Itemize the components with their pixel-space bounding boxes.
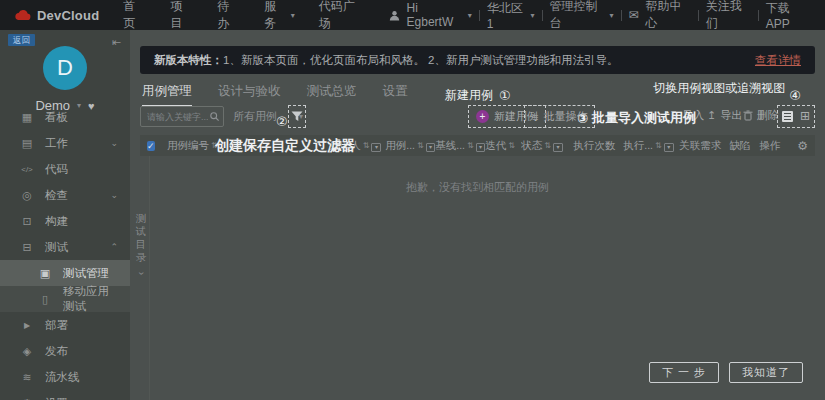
deploy-icon: ▶ bbox=[20, 321, 34, 330]
column-filter-icon[interactable]: ▾ bbox=[664, 143, 674, 152]
guide-got-it-button[interactable]: 我知道了 bbox=[729, 362, 803, 383]
test-management-icon: ▣ bbox=[38, 267, 52, 280]
guide-step-4: 切换用例视图或追溯视图 ④ bbox=[653, 80, 801, 103]
case-search-box bbox=[140, 106, 224, 127]
test-icon: ⊟ bbox=[20, 241, 34, 254]
sidebar-item-work[interactable]: ▤ 工作 ⌄ bbox=[0, 130, 130, 156]
column-filter-icon[interactable]: ▾ bbox=[476, 143, 486, 152]
empty-state-text: 抱歉，没有找到相匹配的用例 bbox=[130, 180, 825, 195]
cloud-logo-icon bbox=[14, 9, 31, 21]
release-notes-banner: 新版本特性： 1、新版本页面，优化页面布局和风格。 2、新用户测试管理功能和用法… bbox=[140, 46, 815, 74]
code-icon: </> bbox=[20, 165, 34, 174]
settings-gear-icon: ⚙ bbox=[20, 397, 34, 400]
sidebar-item-release[interactable]: ◈ 发布 bbox=[0, 338, 130, 364]
export-button[interactable]: ↥ 导出 bbox=[707, 108, 742, 123]
column-filter-icon[interactable]: ▾ bbox=[371, 143, 381, 152]
sidebar-item-pipeline[interactable]: ≋ 流水线 bbox=[0, 364, 130, 390]
follow-us-link[interactable]: 关注我们 bbox=[706, 0, 751, 32]
project-avatar[interactable]: D bbox=[43, 46, 87, 90]
search-input[interactable] bbox=[145, 111, 210, 123]
banner-text: 1、新版本页面，优化页面布局和风格。 2、新用户测试管理功能和用法引导。 bbox=[223, 53, 619, 68]
tab-test-overview[interactable]: 测试总览 bbox=[307, 83, 357, 107]
guide-step-3: ③ 批量导入测试用例 bbox=[577, 109, 696, 127]
devcloud-logo[interactable]: DevCloud bbox=[14, 8, 99, 23]
kanban-icon: ▦ bbox=[20, 111, 34, 124]
chevron-down-icon: ▾ bbox=[531, 11, 535, 20]
chevron-down-icon: ▾ bbox=[291, 11, 295, 20]
sidebar-menu: ▦ 看板 ▤ 工作 ⌄ </> 代码 ◎ 检查 ⌄ ⊡ 构建 ⊟ 测试 ⌃ ▣ … bbox=[0, 104, 130, 400]
region-selector[interactable]: 华北区1▾ bbox=[487, 0, 535, 31]
message-envelope-icon[interactable]: ✉ bbox=[628, 8, 638, 22]
sidebar-item-test[interactable]: ⊟ 测试 ⌃ bbox=[0, 234, 130, 260]
top-navigation-bar: DevCloud 首页 项目 待办 服务▾ 代码广场 Hi EgbertW▾ 华… bbox=[0, 0, 825, 30]
column-header-exec[interactable]: 执行...⇅ ▾ bbox=[623, 139, 679, 153]
guide-badge-2: ② bbox=[276, 114, 288, 129]
sidebar-item-settings[interactable]: ⚙ 设置 bbox=[0, 390, 130, 400]
column-header-defects[interactable]: 缺陷 bbox=[729, 139, 759, 153]
help-center-link[interactable]: 帮助中心 bbox=[646, 0, 691, 32]
pipeline-icon: ≋ bbox=[20, 371, 34, 384]
chevron-down-icon: ⌄ bbox=[110, 190, 118, 200]
guide-step-2: 创建保存自定义过滤器 bbox=[215, 137, 355, 155]
divider bbox=[698, 10, 699, 21]
column-header-iteration[interactable]: 迭代⇅ bbox=[485, 139, 521, 153]
column-filter-icon[interactable]: ▾ bbox=[426, 143, 436, 152]
search-icon[interactable] bbox=[210, 112, 219, 121]
chevron-down-icon: ▾ bbox=[468, 11, 472, 20]
sort-icon: ⇅ bbox=[417, 141, 424, 150]
nav-home[interactable]: 首页 bbox=[123, 0, 146, 32]
test-tabs: 用例管理 设计与验收 测试总览 设置 bbox=[142, 83, 408, 107]
sort-icon: ⇅ bbox=[363, 141, 370, 150]
filter-funnel-button[interactable] bbox=[288, 105, 306, 128]
divider bbox=[542, 10, 543, 21]
grid-view-icon[interactable]: ⊞ bbox=[800, 111, 810, 122]
sidebar-item-kanban[interactable]: ▦ 看板 bbox=[0, 104, 130, 130]
tab-settings[interactable]: 设置 bbox=[383, 83, 408, 107]
sidebar-item-mobile-app-test[interactable]: ▯ 移动应用测试 bbox=[0, 286, 130, 312]
column-header-status[interactable]: 状态⇅ ▾ bbox=[521, 139, 573, 153]
batch-icon: ≡ bbox=[532, 111, 538, 123]
sidebar-item-check[interactable]: ◎ 检查 ⌄ bbox=[0, 182, 130, 208]
console-menu[interactable]: 管理控制台▾ bbox=[549, 0, 613, 32]
sort-icon: ⇅ bbox=[544, 141, 551, 150]
column-header-actions: 操作 bbox=[759, 139, 797, 153]
column-header-requirements[interactable]: 关联需求 bbox=[679, 139, 729, 153]
column-settings-gear-icon[interactable]: ⚙ bbox=[797, 139, 808, 153]
build-icon: ⊡ bbox=[20, 215, 34, 228]
chevron-up-icon: ⌃ bbox=[110, 242, 118, 252]
view-details-link[interactable]: 查看详情 bbox=[755, 53, 801, 68]
nav-services[interactable]: 服务▾ bbox=[264, 0, 295, 32]
select-all-checkbox[interactable]: ✓ bbox=[147, 141, 155, 151]
collapse-sidebar-icon[interactable]: ⇤ bbox=[112, 36, 121, 49]
tab-design-acceptance[interactable]: 设计与验收 bbox=[218, 83, 281, 107]
sidebar-item-code[interactable]: </> 代码 bbox=[0, 156, 130, 182]
divider bbox=[758, 10, 759, 21]
nav-projects[interactable]: 项目 bbox=[170, 0, 193, 32]
back-badge[interactable]: 返回 bbox=[8, 34, 35, 46]
guide-badge-4: ④ bbox=[789, 88, 801, 103]
release-icon: ◈ bbox=[20, 345, 34, 358]
plus-icon: + bbox=[476, 110, 489, 123]
topbar-right-cluster: Hi EgbertW▾ 华北区1▾ 管理控制台▾ ✉ 帮助中心 关注我们 下载A… bbox=[389, 0, 811, 32]
column-filter-icon[interactable]: ▾ bbox=[553, 143, 563, 152]
divider bbox=[479, 10, 480, 21]
sidebar-item-test-management[interactable]: ▣ 测试管理 bbox=[0, 260, 130, 286]
sort-icon: ⇅ bbox=[655, 141, 662, 150]
nav-code-plaza[interactable]: 代码广场 bbox=[319, 0, 365, 32]
column-header-baseline[interactable]: 基线...⇅ ▾ bbox=[435, 139, 485, 153]
guide-next-button[interactable]: 下 一 步 bbox=[649, 362, 719, 383]
delete-button[interactable]: 删除 bbox=[743, 108, 779, 123]
tab-case-management[interactable]: 用例管理 bbox=[142, 83, 192, 107]
list-view-icon[interactable] bbox=[782, 111, 793, 122]
column-header-exec-count[interactable]: 执行次数 bbox=[573, 139, 623, 153]
nav-todo[interactable]: 待办 bbox=[217, 0, 240, 32]
sidebar-item-deploy[interactable]: ▶ 部署 bbox=[0, 312, 130, 338]
user-menu[interactable]: Hi EgbertW▾ bbox=[407, 1, 472, 29]
column-header-case[interactable]: 用例...⇅ ▾ bbox=[385, 139, 435, 153]
download-app-link[interactable]: 下载APP bbox=[766, 0, 811, 31]
guide-step-1: 新建用例 ① bbox=[445, 87, 511, 104]
export-icon: ↥ bbox=[707, 109, 716, 122]
test-catalog-collapsed-panel[interactable]: 测试目录 › bbox=[134, 212, 148, 280]
sidebar-item-build[interactable]: ⊡ 构建 bbox=[0, 208, 130, 234]
work-icon: ▤ bbox=[20, 137, 34, 150]
